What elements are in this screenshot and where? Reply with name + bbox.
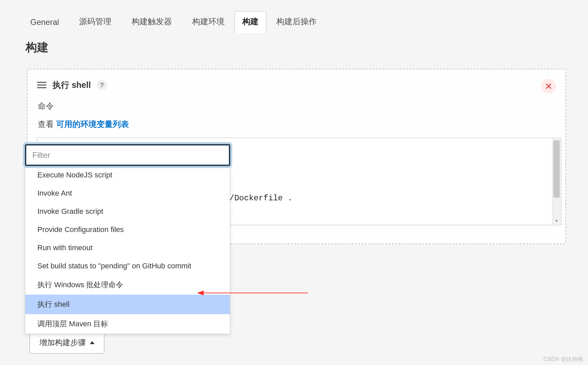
env-vars-prefix: 查看 [38,120,54,129]
drag-handle-icon[interactable] [37,81,46,89]
add-build-step-button[interactable]: 增加构建步骤 [30,332,104,354]
tab-post-build[interactable]: 构建后操作 [266,11,327,33]
tab-build[interactable]: 构建 [235,11,266,33]
add-step-dropdown: Execute NodeJS script Invoke Ant Invoke … [25,144,230,334]
env-vars-line: 查看 可用的环境变量列表 [38,119,561,130]
dropdown-filter-input[interactable] [25,144,230,166]
close-icon [545,83,552,90]
scroll-thumb[interactable] [553,140,560,198]
delete-step-button[interactable] [541,79,556,94]
scrollbar[interactable]: ▲ ▼ [552,138,561,225]
build-step-header: 执行 shell ? [37,79,561,91]
dropdown-option[interactable]: Set build status to "pending" on GitHub … [25,257,230,275]
dropdown-option[interactable]: Invoke Gradle script [25,202,230,221]
dropdown-option[interactable]: Run with timeout [25,239,230,257]
tab-triggers[interactable]: 构建触发器 [122,11,182,33]
dropdown-option[interactable]: Provide Configuration files [25,221,230,239]
build-step-title: 执行 shell [53,79,91,91]
help-icon[interactable]: ? [97,80,107,90]
config-tabs: General 源码管理 构建触发器 构建环境 构建 构建后操作 [0,0,588,33]
env-vars-link[interactable]: 可用的环境变量列表 [56,120,129,129]
dropdown-option[interactable]: Invoke Ant [25,184,230,202]
add-build-step-label: 增加构建步骤 [39,337,86,348]
dropdown-option-highlighted[interactable]: 执行 shell [25,295,230,314]
section-title: 构建 [26,40,588,55]
scroll-down-arrow-icon[interactable]: ▼ [552,217,561,225]
tab-environment[interactable]: 构建环境 [182,11,235,33]
dropdown-option[interactable]: 执行 Windows 批处理命令 [25,275,230,295]
dropdown-option-list: Execute NodeJS script Invoke Ant Invoke … [25,166,230,334]
tab-scm[interactable]: 源码管理 [69,11,122,33]
command-label: 命令 [38,101,561,111]
tab-general[interactable]: General [20,13,69,33]
dropdown-option[interactable]: Execute NodeJS script [25,166,230,184]
watermark-text: CSDN @比特桃 [543,356,583,363]
caret-up-icon [90,341,95,344]
dropdown-option[interactable]: 调用顶层 Maven 目标 [25,314,230,334]
